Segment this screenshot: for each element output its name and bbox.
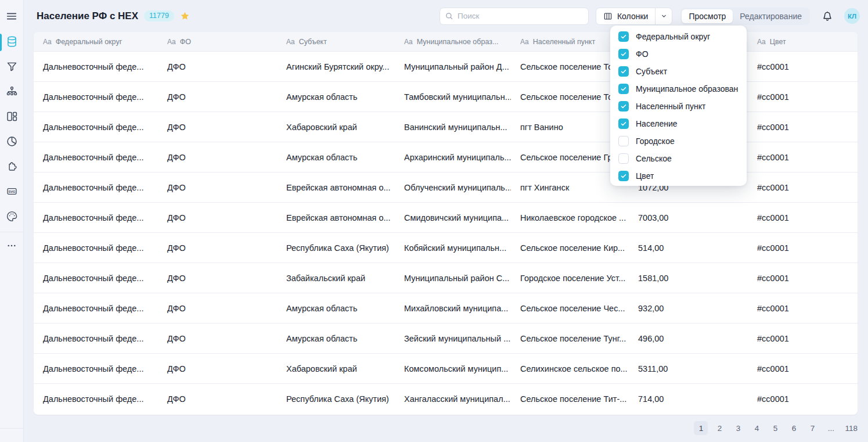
checkbox[interactable] (618, 66, 629, 77)
column-toggle-rural[interactable]: Сельское (610, 150, 747, 167)
page-button-7[interactable]: 7 (805, 421, 819, 435)
cell: Амурская область (277, 82, 395, 112)
mode-switch: Просмотр Редактирование (680, 8, 810, 25)
view-mode-button[interactable]: Просмотр (682, 9, 733, 23)
edit-mode-button[interactable]: Редактирование (733, 9, 809, 23)
sidebar-item-filters[interactable] (0, 60, 23, 73)
column-toggle-fo[interactable]: ФО (610, 45, 747, 63)
column-toggle-subject[interactable]: Субъект (610, 63, 747, 80)
sidebar-item-plugins[interactable] (0, 160, 23, 173)
table-row[interactable]: Дальневосточный феде...ДФОАмурская облас… (34, 324, 858, 354)
checkbox[interactable] (618, 153, 629, 164)
sidebar-bottom-divider (0, 428, 24, 429)
sidebar-item-data[interactable] (0, 35, 23, 48)
cell: Республика Саха (Якутия) (277, 233, 395, 263)
column-toggle-municipality[interactable]: Муниципальное образован... (610, 80, 747, 98)
cell: Амурская область (277, 142, 395, 172)
page-button-6[interactable]: 6 (787, 421, 801, 435)
column-toggle-federal-district[interactable]: Федеральный округ (610, 28, 747, 45)
cell: Дальневосточный феде... (34, 203, 158, 232)
table-row[interactable]: Дальневосточный феде...ДФОЗабайкальский … (34, 263, 858, 293)
table-row[interactable]: Дальневосточный феде...ДФОРеспублика Сах… (34, 384, 858, 414)
cell: Сельское поселение Тунг... (511, 324, 629, 353)
checkbox[interactable] (618, 31, 629, 42)
cell: Николаевское городское ... (511, 203, 629, 232)
cell: ДФО (158, 82, 277, 112)
puzzle-icon (6, 160, 18, 173)
page-button-2[interactable]: 2 (712, 421, 726, 435)
sidebar-item-svg-export[interactable]: SVG (0, 185, 23, 197)
column-toggle-population[interactable]: Население (610, 115, 747, 132)
cell: Облученский муниципаль... (395, 173, 511, 202)
table-row[interactable]: Дальневосточный феде...ДФОЕврейская авто… (34, 203, 858, 233)
cell: Дальневосточный феде... (34, 173, 158, 202)
cell: ДФО (158, 354, 277, 383)
cell: Дальневосточный феде... (34, 82, 158, 112)
cell: Дальневосточный феде... (34, 324, 158, 353)
chevron-down-icon[interactable] (655, 8, 672, 24)
search-input[interactable] (440, 8, 589, 25)
column-header-fo[interactable]: AaФО (158, 32, 277, 51)
cell: 714,00 (629, 384, 748, 414)
column-header-color[interactable]: AaЦвет (748, 32, 858, 51)
checkbox[interactable] (618, 118, 629, 129)
cell: Агинский Бурятский окру... (277, 52, 395, 81)
page-button-3[interactable]: 3 (731, 421, 745, 435)
cell: Селихинское сельское по... (511, 354, 629, 383)
cell: Амурская область (277, 324, 395, 353)
cell: Комсомольский муницип... (395, 354, 511, 383)
cell: #cc0001 (748, 52, 858, 81)
table-row[interactable]: Дальневосточный феде...ДФОРеспублика Сах… (34, 233, 858, 263)
column-toggle-urban[interactable]: Городское (610, 132, 747, 150)
table-row[interactable]: Дальневосточный феде...ДФОХабаровский кр… (34, 354, 858, 384)
cell: Михайловский муниципа... (395, 293, 511, 323)
sidebar-item-hierarchy[interactable] (0, 85, 23, 98)
cell: Хабаровский край (277, 112, 395, 142)
checkbox[interactable] (618, 49, 629, 59)
cell: Дальневосточный феде... (34, 263, 158, 293)
column-header-subject[interactable]: AaСубъект (277, 32, 395, 51)
user-avatar[interactable]: КЛ (844, 8, 860, 24)
column-header-municipality[interactable]: AaМуниципальное образ... (395, 32, 511, 51)
columns-button[interactable]: Колонки (596, 8, 672, 25)
column-header-federal-district[interactable]: AaФедеральный округ (34, 32, 158, 51)
hamburger-menu-icon[interactable] (5, 10, 18, 23)
ellipsis-icon (6, 240, 17, 251)
checkbox[interactable] (618, 171, 629, 181)
favorite-star-icon[interactable] (180, 11, 190, 21)
cell: Амурская область (277, 293, 395, 323)
table-row[interactable]: Дальневосточный феде...ДФОАмурская облас… (34, 293, 858, 324)
cell: 514,00 (629, 233, 748, 263)
sidebar-item-more[interactable] (0, 240, 23, 251)
filter-icon (6, 60, 18, 73)
sidebar-item-layout[interactable] (0, 110, 23, 123)
page-button-5[interactable]: 5 (768, 421, 782, 435)
sidebar-item-theme[interactable] (0, 210, 23, 222)
sidebar-item-charts[interactable] (0, 135, 23, 148)
cell: Хабаровский край (277, 354, 395, 383)
cell: #cc0001 (748, 263, 858, 293)
sidebar: SVG (0, 0, 24, 442)
checkbox[interactable] (618, 136, 629, 146)
notifications-bell-icon[interactable] (822, 10, 833, 22)
page-button-4[interactable]: 4 (750, 421, 763, 435)
page-button-118[interactable]: 118 (842, 421, 860, 435)
sidebar-divider (0, 232, 24, 232)
cell: ДФО (158, 203, 277, 232)
cell: Республика Саха (Якутия) (277, 384, 395, 414)
cell: #cc0001 (748, 203, 858, 232)
cell: ДФО (158, 384, 277, 414)
text-type-icon: Aa (286, 38, 295, 46)
column-toggle-settlement[interactable]: Населенный пункт (610, 98, 747, 115)
cell: ДФО (158, 324, 277, 353)
svg-icon: SVG (6, 185, 18, 197)
cell: Дальневосточный феде... (34, 52, 158, 81)
checkbox[interactable] (618, 84, 629, 94)
cell: 1581,00 (629, 263, 748, 293)
page-button-1[interactable]: 1 (694, 421, 708, 435)
cell: #cc0001 (748, 354, 858, 383)
column-toggle-color[interactable]: Цвет (610, 167, 747, 185)
text-type-icon: Aa (520, 38, 529, 46)
checkbox[interactable] (618, 101, 629, 112)
cell: #cc0001 (748, 293, 858, 323)
